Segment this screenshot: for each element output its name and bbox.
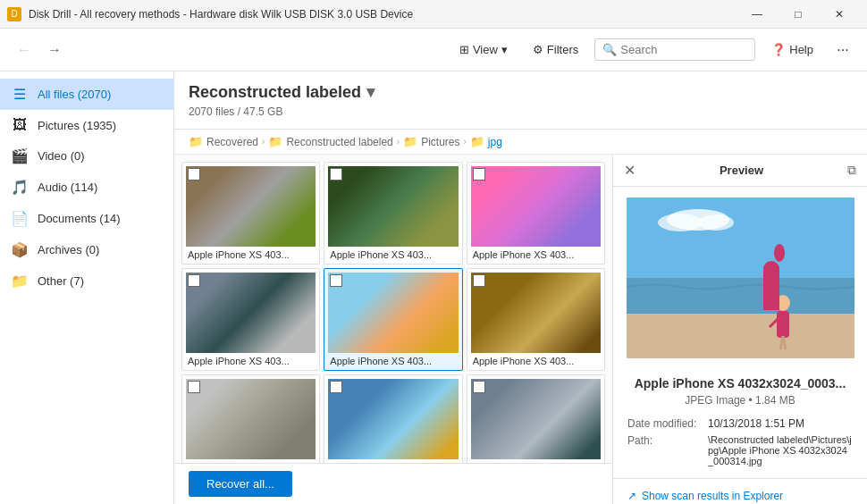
file-name-8: Apple iPhone XS 403... — [328, 462, 458, 463]
breadcrumb-item-jpg[interactable]: 📁 jpg — [470, 135, 502, 148]
list-item[interactable]: Apple iPhone XS 403... — [324, 268, 462, 371]
preview-info: Apple iPhone XS 4032x3024_0003... JPEG I… — [613, 369, 867, 478]
more-options-button[interactable]: ··· — [829, 37, 856, 63]
file-name-6: Apple iPhone XS 403... — [471, 356, 601, 366]
forward-button[interactable]: → — [41, 37, 68, 63]
help-button[interactable]: ❓ Help — [762, 38, 822, 61]
sidebar-item-pictures[interactable]: 🖼 Pictures (1935) — [0, 110, 173, 140]
file-checkbox-9[interactable] — [473, 381, 485, 393]
list-item[interactable]: Apple iPhone XS 403... — [467, 162, 605, 265]
sidebar-item-archives[interactable]: 📦 Archives (0) — [0, 234, 173, 265]
list-item[interactable]: Apple iPhone XS 403... — [467, 374, 605, 463]
back-button[interactable]: ← — [11, 37, 38, 63]
all-files-icon: ☰ — [11, 86, 29, 103]
breadcrumb-recovered: Recovered — [206, 136, 258, 148]
show-scan-button[interactable]: ↗ Show scan results in Explorer — [627, 490, 783, 502]
date-value: 10/13/2018 1:51 PM — [708, 417, 804, 430]
search-input[interactable] — [620, 43, 747, 56]
sidebar: ☰ All files (2070) 🖼 Pictures (1935) 🎬 V… — [0, 71, 174, 504]
minimize-button[interactable]: — — [737, 0, 778, 29]
file-checkbox-1[interactable] — [188, 168, 200, 181]
file-thumbnail-9 — [471, 379, 601, 459]
file-checkbox-4[interactable] — [188, 274, 200, 287]
svg-point-6 — [776, 295, 790, 311]
external-link-icon: ↗ — [627, 490, 636, 502]
breadcrumb-sep-2: › — [397, 137, 400, 147]
sidebar-item-all-files[interactable]: ☰ All files (2070) — [0, 79, 173, 110]
titlebar: D Disk Drill - All recovery methods - Ha… — [0, 0, 867, 29]
file-thumbnail-8 — [328, 379, 458, 459]
file-checkbox-7[interactable] — [188, 381, 200, 393]
list-item[interactable]: Apple iPhone XS 403... — [324, 162, 462, 265]
view-button[interactable]: ⊞ View ▾ — [450, 38, 517, 61]
sidebar-item-video[interactable]: 🎬 Video (0) — [0, 140, 173, 172]
dropdown-chevron-icon[interactable]: ▾ — [366, 82, 375, 102]
file-checkbox-5[interactable] — [330, 274, 342, 287]
preview-image-area — [613, 187, 867, 369]
file-checkbox-8[interactable] — [330, 381, 342, 393]
main-layout: ☰ All files (2070) 🖼 Pictures (1935) 🎬 V… — [0, 71, 867, 504]
help-label: Help — [789, 43, 813, 56]
titlebar-controls: — □ ✕ — [737, 0, 860, 29]
date-label: Date modified: — [627, 417, 708, 430]
show-scan-label: Show scan results in Explorer — [642, 490, 783, 502]
file-name-3: Apple iPhone XS 403... — [471, 249, 601, 260]
preview-filetype: JPEG Image • 1.84 MB — [627, 394, 853, 407]
breadcrumb-pictures: Pictures — [421, 136, 459, 148]
sidebar-label-documents: Documents (14) — [38, 212, 120, 225]
close-button[interactable]: ✕ — [819, 0, 860, 29]
bottom-bar: Recover all... — [174, 463, 612, 504]
file-grid-container[interactable]: Apple iPhone XS 403... Apple iPhone XS 4… — [174, 155, 612, 463]
list-item[interactable]: Apple iPhone XS 403... — [181, 374, 320, 463]
sidebar-item-audio[interactable]: 🎵 Audio (114) — [0, 172, 173, 203]
breadcrumb-sep-1: › — [262, 137, 265, 147]
content-main: Apple iPhone XS 403... Apple iPhone XS 4… — [174, 155, 867, 504]
sidebar-item-other[interactable]: 📁 Other (7) — [0, 265, 173, 297]
breadcrumb-item-pictures[interactable]: 📁 Pictures — [403, 135, 459, 148]
preview-filename: Apple iPhone XS 4032x3024_0003... — [627, 376, 853, 391]
recover-all-button[interactable]: Recover all... — [189, 471, 292, 497]
toolbar: ← → ⊞ View ▾ ⚙ Filters 🔍 ❓ Help ··· — [0, 29, 867, 71]
breadcrumb-item-reconstructed[interactable]: 📁 Reconstructed labeled — [268, 135, 392, 148]
other-icon: 📁 — [11, 273, 29, 290]
file-name-5: Apple iPhone XS 403... — [328, 356, 458, 366]
breadcrumb-item-recovered[interactable]: 📁 Recovered — [189, 135, 258, 148]
content-title-row: Reconstructed labeled ▾ — [189, 82, 853, 102]
file-name-7: Apple iPhone XS 403... — [186, 462, 316, 463]
breadcrumb-jpg: jpg — [488, 136, 502, 148]
sidebar-label-other: Other (7) — [38, 274, 84, 288]
video-icon: 🎬 — [11, 147, 29, 164]
view-icon: ⊞ — [459, 43, 469, 56]
preview-panel: ✕ Preview ⧉ — [612, 155, 867, 504]
folder-icon-4: 📁 — [470, 135, 484, 148]
list-item[interactable]: Apple iPhone XS 403... — [467, 268, 605, 371]
filters-button[interactable]: ⚙ Filters — [524, 38, 587, 61]
file-checkbox-2[interactable] — [330, 168, 342, 181]
app-icon: D — [7, 7, 21, 21]
nav-buttons: ← → — [11, 37, 68, 63]
list-item[interactable]: Apple iPhone XS 403... — [324, 374, 462, 463]
maximize-button[interactable]: □ — [778, 0, 819, 29]
file-thumbnail-4 — [186, 273, 316, 353]
sidebar-item-documents[interactable]: 📄 Documents (14) — [0, 203, 173, 234]
svg-point-3 — [698, 214, 734, 231]
archives-icon: 📦 — [11, 241, 29, 258]
documents-icon: 📄 — [11, 210, 29, 227]
preview-footer: ↗ Show scan results in Explorer — [613, 478, 867, 504]
list-item[interactable]: Apple iPhone XS 403... — [181, 162, 320, 265]
folder-icon-2: 📁 — [268, 135, 282, 148]
sidebar-label-audio: Audio (114) — [38, 181, 97, 194]
search-icon: 🔍 — [602, 43, 617, 56]
help-icon: ❓ — [771, 43, 786, 56]
breadcrumb: 📁 Recovered › 📁 Reconstructed labeled › … — [174, 130, 867, 155]
preview-copy-button[interactable]: ⧉ — [847, 163, 856, 178]
file-grid: Apple iPhone XS 403... Apple iPhone XS 4… — [181, 162, 605, 463]
file-checkbox-6[interactable] — [473, 274, 485, 287]
list-item[interactable]: Apple iPhone XS 403... — [181, 268, 320, 371]
file-name-2: Apple iPhone XS 403... — [328, 249, 458, 260]
titlebar-title: Disk Drill - All recovery methods - Hard… — [29, 8, 413, 21]
search-box[interactable]: 🔍 — [594, 38, 755, 61]
file-area: Apple iPhone XS 403... Apple iPhone XS 4… — [174, 155, 612, 504]
preview-close-button[interactable]: ✕ — [624, 162, 636, 179]
file-checkbox-3[interactable] — [473, 168, 485, 181]
